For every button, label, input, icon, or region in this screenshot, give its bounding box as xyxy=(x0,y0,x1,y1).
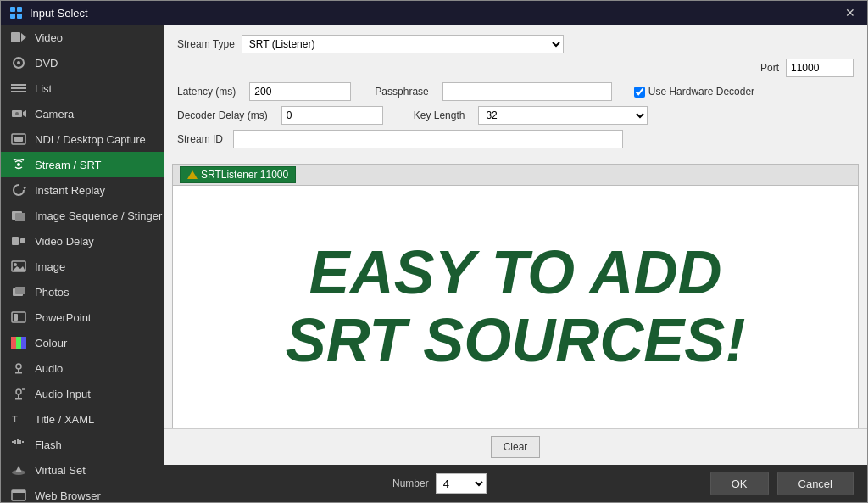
web-browser-icon xyxy=(9,488,28,502)
passphrase-label: Passphrase xyxy=(375,86,428,98)
ok-button[interactable]: OK xyxy=(710,472,769,495)
svg-rect-43 xyxy=(19,440,21,444)
svg-marker-17 xyxy=(23,187,26,190)
sidebar-item-camera[interactable]: Camera xyxy=(1,101,164,126)
svg-point-23 xyxy=(14,263,17,266)
content-area: Video DVD List xyxy=(1,25,867,502)
video-delay-icon xyxy=(9,233,28,249)
sidebar-item-photos[interactable]: Photos xyxy=(1,279,164,305)
stream-type-row: Stream Type SRT (Listener) SRT (Caller) … xyxy=(177,35,854,53)
sidebar-item-powerpoint[interactable]: PowerPoint xyxy=(1,305,164,330)
sidebar-item-image[interactable]: Image xyxy=(1,254,164,279)
sidebar-label-web-browser: Web Browser xyxy=(35,489,101,502)
svg-text:T: T xyxy=(12,414,18,424)
sidebar-label-audio: Audio xyxy=(35,362,63,375)
stream-id-row: Stream ID xyxy=(177,130,854,148)
preview-tab[interactable]: SRTListener 11000 xyxy=(180,166,296,183)
dvd-icon xyxy=(9,55,28,70)
sidebar-item-colour[interactable]: Colour xyxy=(1,330,164,355)
sidebar-item-audio-input[interactable]: Audio Input xyxy=(1,381,164,406)
sidebar-item-virtual-set[interactable]: Virtual Set xyxy=(1,457,164,483)
decoder-keylength-row: Decoder Delay (ms) Key Length 32 16 24 xyxy=(177,106,854,125)
cancel-button[interactable]: Cancel xyxy=(777,472,854,495)
number-select[interactable]: 1 2 3 4 5 6 xyxy=(436,473,487,494)
svg-marker-24 xyxy=(12,266,25,271)
ndi-icon xyxy=(9,131,28,147)
sidebar-item-audio[interactable]: Audio xyxy=(1,355,164,381)
camera-icon xyxy=(9,106,28,121)
sidebar-label-video: Video xyxy=(35,31,63,44)
sidebar-label-ndi: NDI / Desktop Capture xyxy=(35,133,146,146)
svg-rect-44 xyxy=(22,441,24,443)
video-icon xyxy=(9,30,28,45)
powerpoint-icon xyxy=(9,310,28,325)
number-group: Number 1 2 3 4 5 6 xyxy=(392,473,487,494)
svg-rect-28 xyxy=(14,314,18,321)
svg-point-16 xyxy=(17,163,20,166)
sidebar-item-ndi[interactable]: NDI / Desktop Capture xyxy=(1,126,164,152)
key-length-select[interactable]: 32 16 24 xyxy=(478,106,648,125)
sidebar-label-stream-srt: Stream / SRT xyxy=(35,159,102,171)
preview-text-line1: Easy to add xyxy=(286,239,746,306)
photos-icon xyxy=(9,284,28,299)
svg-rect-42 xyxy=(17,439,19,444)
hardware-decoder-checkbox[interactable] xyxy=(634,87,645,98)
port-input[interactable] xyxy=(786,59,854,77)
svg-rect-8 xyxy=(11,84,26,86)
preview-tab-bar: SRTListener 11000 xyxy=(173,165,858,186)
sidebar-item-image-sequence[interactable]: Image Sequence / Stinger xyxy=(1,203,164,228)
sidebar-item-list[interactable]: List xyxy=(1,75,164,101)
svg-rect-3 xyxy=(17,14,22,19)
sidebar-item-video-delay[interactable]: Video Delay xyxy=(1,228,164,254)
sidebar-label-audio-input: Audio Input xyxy=(35,388,91,400)
instant-replay-icon xyxy=(9,182,28,198)
sidebar-item-instant-replay[interactable]: Instant Replay xyxy=(1,177,164,203)
svg-rect-29 xyxy=(11,337,16,349)
svg-rect-10 xyxy=(11,91,26,92)
sidebar-label-image: Image xyxy=(35,260,65,273)
svg-rect-41 xyxy=(14,440,16,444)
clear-button[interactable]: Clear xyxy=(491,436,541,458)
form-area: Stream Type SRT (Listener) SRT (Caller) … xyxy=(164,25,867,164)
stream-type-label: Stream Type xyxy=(177,38,235,50)
close-button[interactable]: ✕ xyxy=(842,6,859,20)
latency-input[interactable] xyxy=(249,82,351,101)
svg-marker-5 xyxy=(21,33,26,42)
sidebar-label-photos: Photos xyxy=(35,286,69,299)
sidebar-item-flash[interactable]: Flash xyxy=(1,432,164,457)
passphrase-input[interactable] xyxy=(442,82,612,101)
list-icon xyxy=(9,81,28,96)
svg-rect-1 xyxy=(17,7,22,12)
app-icon xyxy=(9,6,23,20)
decoder-delay-input[interactable] xyxy=(281,106,383,125)
sidebar-label-colour: Colour xyxy=(35,337,67,349)
sidebar-item-video[interactable]: Video xyxy=(1,25,164,50)
stream-id-input[interactable] xyxy=(233,130,623,148)
preview-text-line2: SRT sources! xyxy=(286,307,746,374)
svg-rect-37 xyxy=(15,398,22,400)
svg-rect-36 xyxy=(18,394,19,398)
svg-rect-2 xyxy=(10,14,15,19)
svg-rect-4 xyxy=(11,32,20,42)
sidebar-label-title-xaml: Title / XAML xyxy=(35,413,94,426)
svg-rect-48 xyxy=(12,490,25,493)
sidebar-item-title-xaml[interactable]: T Title / XAML xyxy=(1,406,164,432)
stream-type-select[interactable]: SRT (Listener) SRT (Caller) RTMP UDP xyxy=(242,35,564,53)
footer: Number 1 2 3 4 5 6 OK Cancel xyxy=(164,465,867,502)
svg-rect-15 xyxy=(14,137,23,142)
sidebar-label-camera: Camera xyxy=(35,108,74,120)
sidebar-item-stream-srt[interactable]: Stream / SRT xyxy=(1,152,164,177)
sidebar-label-dvd: DVD xyxy=(35,57,58,70)
latency-label: Latency (ms) xyxy=(177,86,236,98)
sidebar-item-dvd[interactable]: DVD xyxy=(1,50,164,75)
sidebar-item-web-browser[interactable]: Web Browser xyxy=(1,483,164,502)
sidebar-label-virtual-set: Virtual Set xyxy=(35,464,86,477)
preview-tab-label: SRTListener 11000 xyxy=(201,169,288,181)
svg-marker-12 xyxy=(23,110,26,117)
svg-point-35 xyxy=(16,389,21,394)
sidebar-label-flash: Flash xyxy=(35,439,62,451)
svg-rect-9 xyxy=(11,87,26,89)
svg-rect-19 xyxy=(15,213,25,221)
svg-rect-21 xyxy=(20,238,25,243)
sidebar-label-video-delay: Video Delay xyxy=(35,235,94,248)
